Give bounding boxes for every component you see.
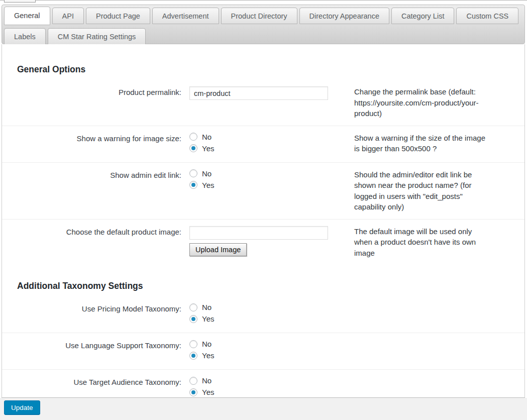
radio-option-label: Yes — [202, 388, 214, 396]
tab-list: General API Product Page Advertisement P… — [4, 7, 524, 47]
radio-option-yes[interactable]: Yes — [189, 314, 354, 323]
radio-option-label: Yes — [202, 144, 214, 153]
radio-option-label: No — [202, 169, 212, 178]
update-button[interactable]: Update — [4, 400, 40, 415]
row-admin-edit-link: Show admin edit link: No Yes Should the … — [2, 162, 524, 219]
radio-option-yes[interactable]: Yes — [189, 144, 354, 153]
default-image-input[interactable] — [189, 226, 328, 240]
product-permalink-label: Product permalink: — [2, 86, 181, 96]
general-options-rows: Product permalink: Change the permalink … — [2, 80, 524, 265]
footer-bar: Update — [0, 398, 527, 420]
radio-option-yes[interactable]: Yes — [189, 351, 354, 360]
radio-option-no[interactable]: No — [189, 169, 354, 178]
row-default-product-image: Choose the default product image: Upload… — [2, 219, 524, 265]
default-product-image-label: Choose the default product image: — [2, 226, 181, 236]
admin-edit-link-description: Should the admin/editor edit link be sho… — [354, 169, 491, 213]
radio-option-yes[interactable]: Yes — [189, 181, 354, 189]
upload-image-button[interactable]: Upload Image — [189, 243, 247, 256]
admin-edit-link-label: Show admin edit link: — [2, 169, 181, 179]
row-image-size-warning: Show a warning for image size: No Yes Sh… — [2, 126, 524, 162]
image-size-warning-radio-group: No Yes — [189, 133, 354, 156]
radio-option-label: No — [202, 133, 212, 141]
radio-option-no[interactable]: No — [189, 303, 354, 311]
language-support-radio-group: No Yes — [189, 340, 354, 363]
settings-tab-bar: General API Product Page Advertisement P… — [2, 5, 525, 44]
pricing-model-taxonomy-label: Use Pricing Model Taxonomy: — [2, 303, 181, 313]
tab-product-page[interactable]: Product Page — [86, 8, 150, 24]
admin-edit-link-radio-group: No Yes — [189, 169, 354, 192]
tab-labels[interactable]: Labels — [4, 28, 46, 45]
tab-product-directory[interactable]: Product Directory — [221, 8, 297, 24]
product-permalink-input[interactable] — [189, 86, 328, 100]
target-audience-radio-group: No Yes — [189, 376, 354, 398]
taxonomy-settings-rows: Use Pricing Model Taxonomy: No Yes Use L… — [2, 296, 524, 398]
radio-option-no[interactable]: No — [189, 340, 354, 348]
product-permalink-description: Change the permalink base (default: http… — [354, 86, 491, 119]
partial-element-top — [4, 0, 36, 3]
radio-option-yes[interactable]: Yes — [189, 388, 354, 396]
radio-selected-icon[interactable] — [189, 144, 197, 152]
default-product-image-description: The default image will be used only when… — [354, 226, 491, 259]
tab-advertisement[interactable]: Advertisement — [152, 8, 219, 24]
settings-panel: General Options Product permalink: Chang… — [2, 44, 525, 398]
top-edge-divider — [0, 0, 527, 1]
tab-directory-appearance[interactable]: Directory Appearance — [299, 8, 389, 24]
radio-unselected-icon[interactable] — [189, 377, 197, 385]
image-size-warning-label: Show a warning for image size: — [2, 133, 181, 143]
target-audience-taxonomy-label: Use Target Audience Taxonomy: — [2, 376, 181, 386]
radio-option-no[interactable]: No — [189, 376, 354, 385]
row-target-audience-taxonomy: Use Target Audience Taxonomy: No Yes — [2, 369, 524, 398]
row-language-support-taxonomy: Use Language Support Taxonomy: No Yes — [2, 333, 524, 369]
radio-option-label: No — [202, 376, 212, 385]
radio-option-label: Yes — [202, 181, 214, 189]
tab-general[interactable]: General — [4, 7, 50, 25]
image-size-warning-description: Show a warning if the size of the image … — [354, 133, 491, 154]
radio-selected-icon[interactable] — [189, 315, 197, 323]
radio-selected-icon[interactable] — [189, 352, 197, 360]
tab-custom-css[interactable]: Custom CSS — [456, 8, 518, 24]
radio-option-label: Yes — [202, 351, 214, 360]
language-support-taxonomy-label: Use Language Support Taxonomy: — [2, 340, 181, 350]
tab-cm-star-rating-settings[interactable]: CM Star Rating Settings — [48, 28, 146, 45]
section-heading-additional-taxonomy: Additional Taxonomy Settings — [17, 281, 524, 291]
radio-selected-icon[interactable] — [189, 388, 197, 396]
row-pricing-model-taxonomy: Use Pricing Model Taxonomy: No Yes — [2, 296, 524, 333]
radio-unselected-icon[interactable] — [189, 303, 197, 311]
radio-option-label: Yes — [202, 314, 214, 323]
radio-selected-icon[interactable] — [189, 181, 197, 189]
radio-unselected-icon[interactable] — [189, 169, 197, 177]
radio-option-no[interactable]: No — [189, 133, 354, 141]
radio-unselected-icon[interactable] — [189, 340, 197, 348]
radio-option-label: No — [202, 303, 212, 311]
tab-category-list[interactable]: Category List — [391, 8, 454, 24]
tab-api[interactable]: API — [52, 8, 84, 24]
radio-option-label: No — [202, 340, 212, 348]
pricing-model-radio-group: No Yes — [189, 303, 354, 326]
radio-unselected-icon[interactable] — [189, 133, 197, 141]
row-product-permalink: Product permalink: Change the permalink … — [2, 80, 524, 126]
section-heading-general-options: General Options — [17, 64, 524, 75]
